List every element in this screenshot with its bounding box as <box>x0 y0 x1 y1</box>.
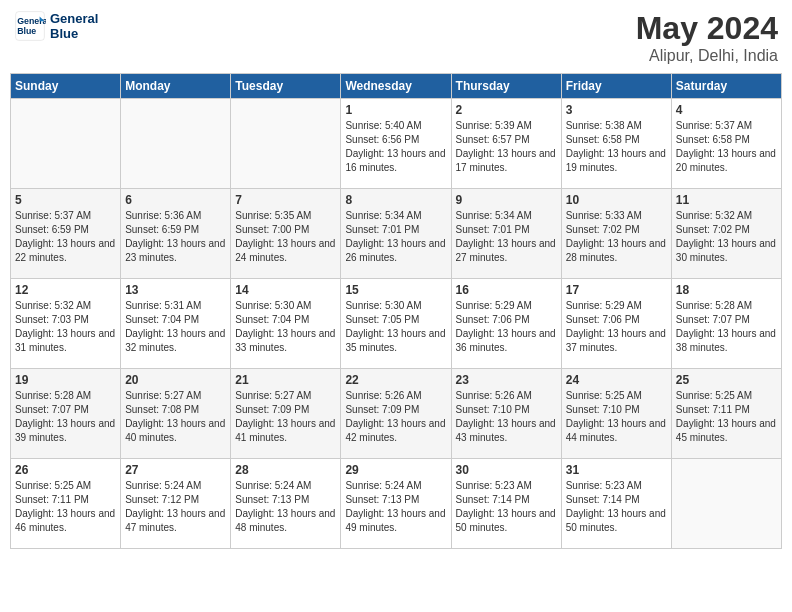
day-cell: 23Sunrise: 5:26 AM Sunset: 7:10 PM Dayli… <box>451 369 561 459</box>
day-cell: 3Sunrise: 5:38 AM Sunset: 6:58 PM Daylig… <box>561 99 671 189</box>
day-number: 23 <box>456 373 557 387</box>
day-cell <box>121 99 231 189</box>
logo-icon: General Blue <box>14 10 46 42</box>
week-row-2: 5Sunrise: 5:37 AM Sunset: 6:59 PM Daylig… <box>11 189 782 279</box>
day-info: Sunrise: 5:34 AM Sunset: 7:01 PM Dayligh… <box>456 209 557 265</box>
day-number: 8 <box>345 193 446 207</box>
day-number: 24 <box>566 373 667 387</box>
day-cell: 19Sunrise: 5:28 AM Sunset: 7:07 PM Dayli… <box>11 369 121 459</box>
day-number: 19 <box>15 373 116 387</box>
header-cell-thursday: Thursday <box>451 74 561 99</box>
day-cell: 5Sunrise: 5:37 AM Sunset: 6:59 PM Daylig… <box>11 189 121 279</box>
calendar-table: SundayMondayTuesdayWednesdayThursdayFrid… <box>10 73 782 549</box>
day-info: Sunrise: 5:25 AM Sunset: 7:10 PM Dayligh… <box>566 389 667 445</box>
day-number: 26 <box>15 463 116 477</box>
day-cell: 22Sunrise: 5:26 AM Sunset: 7:09 PM Dayli… <box>341 369 451 459</box>
day-cell: 2Sunrise: 5:39 AM Sunset: 6:57 PM Daylig… <box>451 99 561 189</box>
week-row-3: 12Sunrise: 5:32 AM Sunset: 7:03 PM Dayli… <box>11 279 782 369</box>
day-number: 25 <box>676 373 777 387</box>
title-block: May 2024 Alipur, Delhi, India <box>636 10 778 65</box>
day-cell <box>11 99 121 189</box>
day-info: Sunrise: 5:29 AM Sunset: 7:06 PM Dayligh… <box>566 299 667 355</box>
logo-line1: General <box>50 11 98 26</box>
day-number: 18 <box>676 283 777 297</box>
day-number: 27 <box>125 463 226 477</box>
day-info: Sunrise: 5:37 AM Sunset: 6:59 PM Dayligh… <box>15 209 116 265</box>
day-cell: 29Sunrise: 5:24 AM Sunset: 7:13 PM Dayli… <box>341 459 451 549</box>
header-cell-saturday: Saturday <box>671 74 781 99</box>
day-cell: 13Sunrise: 5:31 AM Sunset: 7:04 PM Dayli… <box>121 279 231 369</box>
day-info: Sunrise: 5:30 AM Sunset: 7:04 PM Dayligh… <box>235 299 336 355</box>
day-info: Sunrise: 5:23 AM Sunset: 7:14 PM Dayligh… <box>566 479 667 535</box>
day-cell <box>671 459 781 549</box>
day-cell: 26Sunrise: 5:25 AM Sunset: 7:11 PM Dayli… <box>11 459 121 549</box>
day-info: Sunrise: 5:24 AM Sunset: 7:13 PM Dayligh… <box>235 479 336 535</box>
day-info: Sunrise: 5:24 AM Sunset: 7:12 PM Dayligh… <box>125 479 226 535</box>
day-number: 6 <box>125 193 226 207</box>
day-number: 7 <box>235 193 336 207</box>
day-info: Sunrise: 5:38 AM Sunset: 6:58 PM Dayligh… <box>566 119 667 175</box>
day-number: 5 <box>15 193 116 207</box>
header-cell-wednesday: Wednesday <box>341 74 451 99</box>
day-cell: 4Sunrise: 5:37 AM Sunset: 6:58 PM Daylig… <box>671 99 781 189</box>
header-cell-tuesday: Tuesday <box>231 74 341 99</box>
day-cell: 10Sunrise: 5:33 AM Sunset: 7:02 PM Dayli… <box>561 189 671 279</box>
day-info: Sunrise: 5:31 AM Sunset: 7:04 PM Dayligh… <box>125 299 226 355</box>
day-info: Sunrise: 5:27 AM Sunset: 7:09 PM Dayligh… <box>235 389 336 445</box>
day-cell: 11Sunrise: 5:32 AM Sunset: 7:02 PM Dayli… <box>671 189 781 279</box>
day-number: 17 <box>566 283 667 297</box>
day-number: 14 <box>235 283 336 297</box>
day-number: 13 <box>125 283 226 297</box>
page-header: General Blue General Blue May 2024 Alipu… <box>10 10 782 65</box>
day-cell: 21Sunrise: 5:27 AM Sunset: 7:09 PM Dayli… <box>231 369 341 459</box>
day-number: 28 <box>235 463 336 477</box>
day-info: Sunrise: 5:37 AM Sunset: 6:58 PM Dayligh… <box>676 119 777 175</box>
day-cell: 7Sunrise: 5:35 AM Sunset: 7:00 PM Daylig… <box>231 189 341 279</box>
day-cell: 28Sunrise: 5:24 AM Sunset: 7:13 PM Dayli… <box>231 459 341 549</box>
day-info: Sunrise: 5:25 AM Sunset: 7:11 PM Dayligh… <box>15 479 116 535</box>
header-cell-monday: Monday <box>121 74 231 99</box>
day-info: Sunrise: 5:28 AM Sunset: 7:07 PM Dayligh… <box>15 389 116 445</box>
day-cell: 15Sunrise: 5:30 AM Sunset: 7:05 PM Dayli… <box>341 279 451 369</box>
day-info: Sunrise: 5:32 AM Sunset: 7:03 PM Dayligh… <box>15 299 116 355</box>
day-number: 16 <box>456 283 557 297</box>
day-info: Sunrise: 5:23 AM Sunset: 7:14 PM Dayligh… <box>456 479 557 535</box>
day-info: Sunrise: 5:27 AM Sunset: 7:08 PM Dayligh… <box>125 389 226 445</box>
day-info: Sunrise: 5:25 AM Sunset: 7:11 PM Dayligh… <box>676 389 777 445</box>
calendar-subtitle: Alipur, Delhi, India <box>636 47 778 65</box>
day-cell: 24Sunrise: 5:25 AM Sunset: 7:10 PM Dayli… <box>561 369 671 459</box>
day-cell: 20Sunrise: 5:27 AM Sunset: 7:08 PM Dayli… <box>121 369 231 459</box>
calendar-body: 1Sunrise: 5:40 AM Sunset: 6:56 PM Daylig… <box>11 99 782 549</box>
day-number: 11 <box>676 193 777 207</box>
week-row-4: 19Sunrise: 5:28 AM Sunset: 7:07 PM Dayli… <box>11 369 782 459</box>
day-number: 2 <box>456 103 557 117</box>
day-cell: 25Sunrise: 5:25 AM Sunset: 7:11 PM Dayli… <box>671 369 781 459</box>
day-info: Sunrise: 5:26 AM Sunset: 7:10 PM Dayligh… <box>456 389 557 445</box>
week-row-5: 26Sunrise: 5:25 AM Sunset: 7:11 PM Dayli… <box>11 459 782 549</box>
header-cell-friday: Friday <box>561 74 671 99</box>
day-cell: 14Sunrise: 5:30 AM Sunset: 7:04 PM Dayli… <box>231 279 341 369</box>
calendar-header: SundayMondayTuesdayWednesdayThursdayFrid… <box>11 74 782 99</box>
day-number: 20 <box>125 373 226 387</box>
day-number: 30 <box>456 463 557 477</box>
day-number: 31 <box>566 463 667 477</box>
day-cell: 27Sunrise: 5:24 AM Sunset: 7:12 PM Dayli… <box>121 459 231 549</box>
day-cell <box>231 99 341 189</box>
day-info: Sunrise: 5:35 AM Sunset: 7:00 PM Dayligh… <box>235 209 336 265</box>
day-number: 12 <box>15 283 116 297</box>
day-cell: 30Sunrise: 5:23 AM Sunset: 7:14 PM Dayli… <box>451 459 561 549</box>
day-info: Sunrise: 5:29 AM Sunset: 7:06 PM Dayligh… <box>456 299 557 355</box>
day-info: Sunrise: 5:40 AM Sunset: 6:56 PM Dayligh… <box>345 119 446 175</box>
day-info: Sunrise: 5:28 AM Sunset: 7:07 PM Dayligh… <box>676 299 777 355</box>
day-cell: 1Sunrise: 5:40 AM Sunset: 6:56 PM Daylig… <box>341 99 451 189</box>
day-info: Sunrise: 5:24 AM Sunset: 7:13 PM Dayligh… <box>345 479 446 535</box>
day-cell: 9Sunrise: 5:34 AM Sunset: 7:01 PM Daylig… <box>451 189 561 279</box>
day-cell: 18Sunrise: 5:28 AM Sunset: 7:07 PM Dayli… <box>671 279 781 369</box>
day-info: Sunrise: 5:33 AM Sunset: 7:02 PM Dayligh… <box>566 209 667 265</box>
day-number: 15 <box>345 283 446 297</box>
day-info: Sunrise: 5:32 AM Sunset: 7:02 PM Dayligh… <box>676 209 777 265</box>
day-cell: 6Sunrise: 5:36 AM Sunset: 6:59 PM Daylig… <box>121 189 231 279</box>
day-number: 4 <box>676 103 777 117</box>
day-cell: 17Sunrise: 5:29 AM Sunset: 7:06 PM Dayli… <box>561 279 671 369</box>
logo: General Blue General Blue <box>14 10 98 42</box>
